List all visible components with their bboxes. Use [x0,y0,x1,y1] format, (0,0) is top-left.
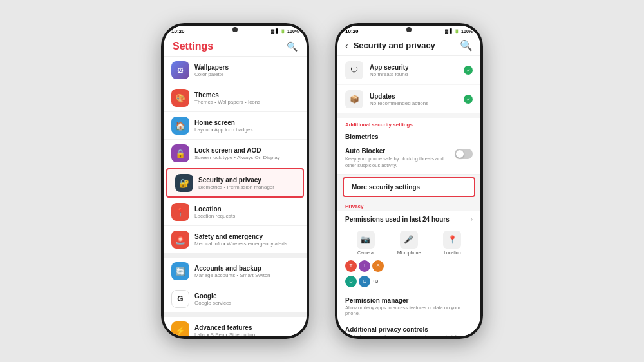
auto-blocker-text: Auto Blocker Keep your phone safe by blo… [345,148,455,169]
updates-subtitle: No recommended actions [370,100,464,106]
status-icons-left: ▓ ▋ 🔋 100% [271,29,299,34]
settings-item-google[interactable]: G Google Google services [164,285,307,313]
advanced-title: Advanced features [194,324,299,331]
auto-blocker-item[interactable]: Auto Blocker Keep your phone safe by blo… [337,142,480,175]
settings-item-accounts[interactable]: 🔄 Accounts and backup Manage accounts • … [164,258,307,285]
lock-title: Lock screen and AOD [194,147,299,154]
themes-icon: 🎨 [171,89,189,107]
security-content: 🛡 App security No threats found ✓ 📦 Upda… [337,56,480,336]
google-subtitle: Google services [194,300,299,306]
camera-perm-icon: 📷 [357,231,375,249]
wifi-icon: ▓ [271,29,274,33]
more-security-settings[interactable]: More security settings [343,177,475,197]
security-search-icon[interactable]: 🔍 [460,39,473,52]
safety-title: Safety and emergency [194,233,299,240]
settings-item-security[interactable]: 🔐 Security and privacy Biometrics • Perm… [166,168,304,198]
back-button[interactable]: ‹ [345,41,348,51]
app-dot-4: S [345,276,357,287]
permissions-header-row[interactable]: Permissions used in last 24 hours › [337,211,480,225]
biometrics-label: Biometrics [337,129,480,142]
settings-item-wallpapers[interactable]: 🖼 Wallpapers Color palette [164,57,307,84]
auto-blocker-title: Auto Blocker [345,148,455,155]
settings-search-icon[interactable]: 🔍 [287,41,298,52]
app-security-item[interactable]: 🛡 App security No threats found ✓ [337,56,480,85]
location-subtitle: Location requests [194,213,299,219]
updates-icon: 📦 [345,90,363,108]
right-phone: 10:20 ▓ ▋ 🔋 100% ‹ Security and privacy … [335,23,483,339]
permission-manager-title: Permission manager [345,297,473,304]
settings-item-home[interactable]: 🏠 Home screen Layout • App icon badges [164,112,307,140]
microphone-perm-icon: 🎤 [400,231,418,249]
app-dot-5: G [359,276,370,287]
auto-blocker-subtitle: Keep your phone safe by blocking threats… [345,156,455,169]
battery-icon-right: 🔋 [454,29,460,34]
app-security-text: App security No threats found [370,64,464,77]
location-perm: 📍 Location [443,231,461,255]
status-time-left: 10:20 [171,28,184,34]
front-camera-left [232,27,238,32]
privacy-label: Privacy [337,200,480,211]
home-icon: 🏠 [171,117,189,135]
app-security-title: App security [370,64,464,71]
permission-manager-item[interactable]: Permission manager Allow or deny apps to… [337,292,480,321]
settings-item-themes[interactable]: 🎨 Themes Themes • Wallpapers • Icons [164,84,307,112]
accounts-subtitle: Manage accounts • Smart Switch [194,272,299,278]
updates-title: Updates [370,93,464,100]
permissions-header-title: Permissions used in last 24 hours [345,216,450,223]
additional-privacy-title: Additional privacy controls [345,326,473,333]
security-text: Security and privacy Biometrics • Permis… [198,176,295,190]
left-phone: 10:20 ▓ ▋ 🔋 100% Settings 🔍 🖼 Wallpapers… [161,23,309,339]
signal-icon: ▋ [276,29,279,34]
google-text: Google Google services [194,292,299,306]
safety-icon: 🚨 [171,231,189,249]
location-perm-label: Location [444,251,460,255]
location-icon: 📍 [171,203,189,221]
auto-blocker-toggle[interactable] [455,149,473,159]
microphone-perm: 🎤 Microphone [397,231,421,255]
themes-title: Themes [194,91,299,99]
app-dot-2: I [359,260,370,272]
google-icon: G [171,290,189,308]
settings-item-location[interactable]: 📍 Location Location requests [164,198,307,226]
security-header: ‹ Security and privacy 🔍 [337,35,480,56]
app-dot-1: T [345,260,357,272]
status-icons-right: ▓ ▋ 🔋 100% [445,29,473,34]
status-time-right: 10:20 [345,28,358,34]
wallpapers-title: Wallpapers [194,64,299,71]
app-count-badge: +3 [372,278,378,284]
permissions-chevron: › [471,216,473,223]
app-security-subtitle: No threats found [370,71,464,77]
permission-manager-subtitle: Allow or deny apps to access features or… [345,305,473,316]
additional-privacy-item[interactable]: Additional privacy controls Control acce… [337,321,480,337]
accounts-icon: 🔄 [171,262,189,280]
wallpapers-text: Wallpapers Color palette [194,64,299,77]
themes-subtitle: Themes • Wallpapers • Icons [194,99,299,105]
camera-perm: 📷 Camera [357,231,375,255]
settings-item-advanced[interactable]: ⚡ Advanced features Labs • S Pen • Side … [164,317,307,336]
google-title: Google [194,292,299,300]
updates-text: Updates No recommended actions [370,93,464,106]
advanced-subtitle: Labs • S Pen • Side button [194,332,299,337]
camera-perm-label: Camera [357,251,374,255]
settings-item-safety[interactable]: 🚨 Safety and emergency Medical info • Wi… [164,226,307,254]
security-subtitle: Biometrics • Permission manager [198,184,295,190]
settings-item-lock[interactable]: 🔒 Lock screen and AOD Screen lock type •… [164,140,307,167]
additional-security-label: Additional security settings [337,118,480,129]
microphone-perm-label: Microphone [397,251,421,255]
app-icons-row-2: S G +3 [337,276,480,292]
security-title: Security and privacy [198,176,295,184]
permissions-section: Permissions used in last 24 hours › 📷 Ca… [337,211,480,292]
battery-percent-right: 100% [461,29,473,33]
settings-list: 🖼 Wallpapers Color palette 🎨 Themes Them… [164,57,307,336]
home-subtitle: Layout • App icon badges [194,127,299,133]
app-security-status: ✓ [464,66,473,75]
app-security-section: 🛡 App security No threats found ✓ 📦 Upda… [337,56,480,114]
location-perm-icon: 📍 [443,231,461,249]
updates-item[interactable]: 📦 Updates No recommended actions ✓ [337,85,480,114]
lock-text: Lock screen and AOD Screen lock type • A… [194,147,299,160]
home-text: Home screen Layout • App icon badges [194,119,299,133]
wallpapers-subtitle: Color palette [194,71,299,77]
battery-percent: 100% [287,29,299,33]
app-security-icon: 🛡 [345,61,363,79]
lock-icon: 🔒 [171,144,189,162]
